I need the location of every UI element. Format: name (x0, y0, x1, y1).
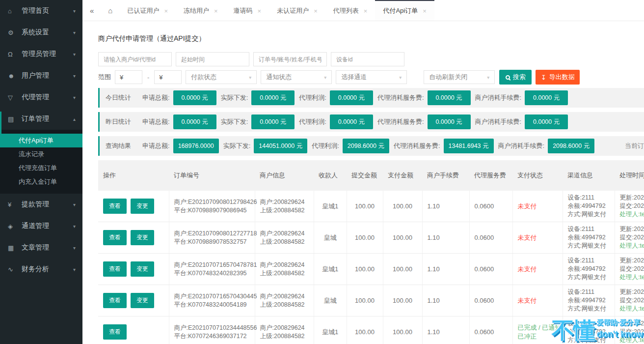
stat-label: 代理消耗服务费: (394, 142, 440, 150)
stat-label: 商户消耗手续费: (475, 117, 522, 126)
col-header-订单编号: 订单编号 (169, 160, 255, 191)
search-button[interactable]: 搜索 (499, 70, 532, 85)
col-header-支付状态: 支付状态 (512, 160, 563, 191)
sidebar-item-label: 订单管理 (22, 115, 49, 123)
stats-row-title: 查询结果 (106, 142, 131, 150)
channel-line: 设备:2111 (568, 225, 610, 233)
tab-代理列表[interactable]: 代理列表× (325, 0, 376, 21)
view-button[interactable]: 查看 (103, 230, 127, 245)
col-header-代理服务费: 代理服务费 (469, 160, 512, 191)
sidebar-item-管理首页[interactable]: ⌂管理首页▾ (0, 0, 82, 22)
tab-未认证用户[interactable]: 未认证用户× (269, 0, 325, 21)
collapse-sidebar-button[interactable]: « (82, 0, 101, 21)
time-line: 更新:2021- (620, 319, 644, 328)
sidebar-item-文章管理[interactable]: ▦文章管理▾ (0, 237, 82, 258)
sidebar-item-代理管理[interactable]: ▽代理管理▾ (0, 86, 82, 108)
select-value: 自动刷新关闭 (429, 73, 467, 82)
col-header-处理时间: 处理时间 (615, 160, 644, 191)
sidebar-subitem-代付Api订单[interactable]: 代付Api订单 (0, 134, 82, 147)
process-time-cell: 更新:2021-提交:2021-处理人:tes (615, 285, 644, 316)
tab-label: 冻结用户 (184, 6, 209, 15)
time-line: 更新:2021- (620, 288, 644, 296)
channel-line: 余额:4994792 (568, 202, 610, 210)
channel-line: 设备:2111 (568, 319, 610, 328)
sidebar-item-管理员管理[interactable]: Ω管理员管理▾ (0, 43, 82, 65)
sidebar-item-提款管理[interactable]: ¥提款管理▾ (0, 194, 82, 215)
col-header-收款人: 收款人 (314, 160, 347, 191)
tab-已认证用户[interactable]: 已认证用户× (119, 0, 176, 21)
view-button[interactable]: 查看 (103, 293, 127, 308)
view-button[interactable]: 查看 (103, 261, 127, 277)
process-time-cell: 更新:2021-提交:2021-处理人:tes (615, 222, 644, 254)
change-button[interactable]: 变更 (131, 230, 154, 245)
merchant-agent-id-input[interactable] (98, 52, 172, 66)
close-tab-icon[interactable]: × (423, 7, 427, 15)
pay-status-line: 未支付 (518, 296, 558, 305)
stats-section: 今日统计申请总额:0.0000 元实际下发:0.0000 元代理利润:0.000… (98, 88, 644, 156)
merchant-line: 上级:200884582 (260, 301, 309, 309)
close-tab-icon[interactable]: × (214, 7, 218, 15)
yen-symbol: ¥ (159, 74, 162, 81)
stat-value-badge: 13481.6943 元 (444, 139, 494, 153)
finance-icon: ∿ (8, 266, 18, 273)
amount-max-input[interactable]: ¥ (154, 70, 182, 84)
channel-select[interactable]: 选择通道▾ (336, 70, 407, 84)
merchant-fee-cell: 1.10 (422, 254, 469, 285)
time-line: 提交:2021- (620, 233, 644, 242)
stat-value-badge: 144051.0000 元 (254, 139, 307, 153)
sidebar-subitem-流水记录[interactable]: 流水记录 (0, 147, 82, 161)
stat-label: 代理利润: (312, 142, 339, 150)
payment-status-select[interactable]: 付款状态▾ (186, 70, 257, 84)
change-button[interactable]: 变更 (131, 293, 154, 308)
close-tab-icon[interactable]: × (258, 7, 262, 15)
tab-邀请码[interactable]: 邀请码× (226, 0, 269, 21)
filter-row-1 (98, 52, 644, 66)
amount-min-input[interactable]: ¥ (115, 70, 142, 84)
pay-amount-cell: 100.00 (383, 254, 422, 285)
submit-amount-cell: 100.00 (347, 191, 383, 222)
col-header-商户手续费: 商户手续费 (422, 160, 469, 191)
chevron-down-icon: ▾ (73, 245, 76, 251)
time-line: 更新:2021- (620, 257, 644, 265)
sidebar-item-订单管理[interactable]: ▤订单管理▴ (0, 108, 82, 130)
home-tab[interactable]: ⌂ (101, 0, 119, 21)
sidebar-subitem-代理充值订单[interactable]: 代理充值订单 (0, 161, 82, 175)
sidebar-item-财务分析[interactable]: ∿财务分析▾ (0, 258, 82, 280)
agent-fee-cell: 0.0600 (469, 285, 512, 316)
tab-冻结用户[interactable]: 冻结用户× (176, 0, 226, 21)
close-tab-icon[interactable]: × (314, 7, 318, 15)
payee-cell: 皇城 (314, 285, 347, 316)
view-button[interactable]: 查看 (103, 324, 127, 340)
device-id-input[interactable] (331, 52, 404, 66)
stat-value-badge: 2098.6000 元 (548, 139, 594, 153)
order-line: 平台:K0707246369037172 (174, 332, 250, 341)
table-row: 查看变更商户:E2021070716570430445平台:K070748324… (98, 285, 644, 316)
stat-value-badge: 0.0000 元 (251, 115, 295, 129)
stat-label: 商户消耗手续费: (475, 93, 522, 102)
export-button[interactable]: ↧导出数据 (536, 70, 580, 85)
tab-label: 未认证用户 (277, 6, 309, 15)
view-button[interactable]: 查看 (103, 199, 127, 214)
sidebar-subitem-内充入金订单[interactable]: 内充入金订单 (0, 175, 82, 189)
chevron-down-icon: ▾ (73, 8, 76, 14)
stat-value-badge: 0.0000 元 (173, 90, 216, 105)
sidebar-item-系统设置[interactable]: ⚙系统设置▾ (0, 22, 82, 43)
col-header-操作: 操作 (98, 160, 169, 191)
sidebar-item-label: 提款管理 (22, 200, 49, 209)
sidebar-item-通道管理[interactable]: ◈通道管理▾ (0, 215, 82, 237)
home-icon: ⌂ (8, 7, 18, 15)
sidebar-scrollbar-thumb[interactable] (0, 112, 1, 136)
change-button[interactable]: 变更 (131, 261, 154, 277)
auto-refresh-select[interactable]: 自动刷新关闭▾ (424, 70, 495, 84)
order-account-input[interactable] (253, 52, 327, 66)
tab-代付Api订单[interactable]: 代付Api订单× (375, 0, 434, 21)
close-tab-icon[interactable]: × (364, 7, 368, 15)
change-button[interactable]: 变更 (131, 199, 154, 214)
channel-line: 设备:2111 (568, 194, 610, 202)
stat-value-badge: 0.0000 元 (428, 115, 471, 129)
start-time-input[interactable] (176, 52, 249, 66)
sidebar-item-用户管理[interactable]: ☻用户管理▾ (0, 65, 82, 86)
tab-bar: « ⌂ 已认证用户×冻结用户×邀请码×未认证用户×代理列表×代付Api订单× (82, 0, 644, 21)
close-tab-icon[interactable]: × (164, 7, 168, 15)
notify-status-select[interactable]: 通知状态▾ (261, 70, 332, 84)
